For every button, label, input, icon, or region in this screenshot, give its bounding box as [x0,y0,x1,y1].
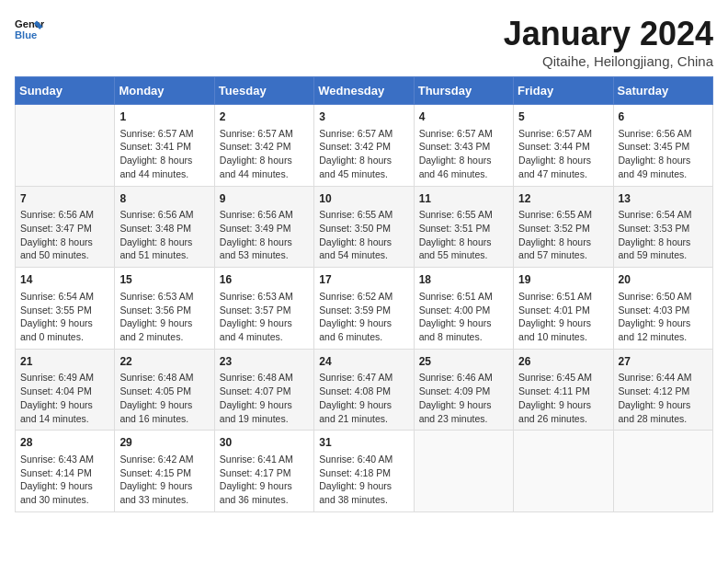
day-number: 15 [119,272,209,288]
calendar-cell: 28Sunrise: 6:43 AM Sunset: 4:14 PM Dayli… [16,431,115,512]
day-content: Sunrise: 6:51 AM Sunset: 4:01 PM Dayligh… [518,290,608,344]
day-number: 24 [319,354,408,370]
day-number: 7 [20,191,109,207]
weekday-header-tuesday: Tuesday [214,77,313,105]
calendar-cell: 5Sunrise: 6:57 AM Sunset: 3:44 PM Daylig… [514,105,613,187]
weekday-header-saturday: Saturday [613,77,712,105]
day-number: 30 [220,435,309,451]
day-number: 8 [119,191,209,207]
calendar-cell: 15Sunrise: 6:53 AM Sunset: 3:56 PM Dayli… [115,268,214,350]
weekday-header-monday: Monday [115,77,214,105]
day-content: Sunrise: 6:56 AM Sunset: 3:49 PM Dayligh… [220,208,309,262]
day-number: 11 [419,191,508,207]
day-content: Sunrise: 6:55 AM Sunset: 3:52 PM Dayligh… [518,208,608,262]
calendar-cell: 26Sunrise: 6:45 AM Sunset: 4:11 PM Dayli… [514,349,613,431]
calendar-cell: 16Sunrise: 6:53 AM Sunset: 3:57 PM Dayli… [214,268,313,350]
calendar-cell: 22Sunrise: 6:48 AM Sunset: 4:05 PM Dayli… [115,349,214,431]
logo: General Blue [15,15,44,44]
page-header: General Blue January 2024 Qitaihe, Heilo… [15,15,713,69]
calendar-cell: 1Sunrise: 6:57 AM Sunset: 3:41 PM Daylig… [115,105,214,187]
calendar-cell: 21Sunrise: 6:49 AM Sunset: 4:04 PM Dayli… [16,349,115,431]
day-number: 26 [518,354,608,370]
day-number: 10 [319,191,408,207]
day-number: 2 [220,109,309,125]
day-content: Sunrise: 6:57 AM Sunset: 3:42 PM Dayligh… [220,127,309,181]
calendar-cell: 29Sunrise: 6:42 AM Sunset: 4:15 PM Dayli… [115,431,214,512]
day-number: 5 [518,109,608,125]
calendar-cell: 14Sunrise: 6:54 AM Sunset: 3:55 PM Dayli… [16,268,115,350]
day-content: Sunrise: 6:44 AM Sunset: 4:12 PM Dayligh… [619,371,708,425]
calendar-cell: 27Sunrise: 6:44 AM Sunset: 4:12 PM Dayli… [613,349,712,431]
calendar-cell [414,431,513,512]
weekday-header-friday: Friday [514,77,613,105]
logo-icon: General Blue [15,15,44,44]
calendar-cell: 6Sunrise: 6:56 AM Sunset: 3:45 PM Daylig… [613,105,712,187]
calendar-cell: 9Sunrise: 6:56 AM Sunset: 3:49 PM Daylig… [214,186,313,268]
day-content: Sunrise: 6:41 AM Sunset: 4:17 PM Dayligh… [220,453,309,507]
calendar-cell: 20Sunrise: 6:50 AM Sunset: 4:03 PM Dayli… [613,268,712,350]
day-number: 25 [419,354,508,370]
day-content: Sunrise: 6:49 AM Sunset: 4:04 PM Dayligh… [20,371,109,425]
day-content: Sunrise: 6:48 AM Sunset: 4:05 PM Dayligh… [119,371,209,425]
calendar-cell: 8Sunrise: 6:56 AM Sunset: 3:48 PM Daylig… [115,186,214,268]
calendar-cell: 17Sunrise: 6:52 AM Sunset: 3:59 PM Dayli… [314,268,414,350]
calendar-cell: 3Sunrise: 6:57 AM Sunset: 3:42 PM Daylig… [314,105,414,187]
day-content: Sunrise: 6:55 AM Sunset: 3:51 PM Dayligh… [419,208,508,262]
day-content: Sunrise: 6:53 AM Sunset: 3:56 PM Dayligh… [119,290,209,344]
day-content: Sunrise: 6:54 AM Sunset: 3:55 PM Dayligh… [20,290,109,344]
weekday-header-row: SundayMondayTuesdayWednesdayThursdayFrid… [16,77,713,105]
day-content: Sunrise: 6:48 AM Sunset: 4:07 PM Dayligh… [220,371,309,425]
calendar-cell: 11Sunrise: 6:55 AM Sunset: 3:51 PM Dayli… [414,186,513,268]
weekday-header-thursday: Thursday [414,77,513,105]
calendar-week-row: 1Sunrise: 6:57 AM Sunset: 3:41 PM Daylig… [16,105,713,187]
day-content: Sunrise: 6:47 AM Sunset: 4:08 PM Dayligh… [319,371,408,425]
weekday-header-sunday: Sunday [16,77,115,105]
calendar-cell: 10Sunrise: 6:55 AM Sunset: 3:50 PM Dayli… [314,186,414,268]
calendar-week-row: 28Sunrise: 6:43 AM Sunset: 4:14 PM Dayli… [16,431,713,512]
title-area: January 2024 Qitaihe, Heilongjiang, Chin… [504,15,713,69]
calendar-cell: 23Sunrise: 6:48 AM Sunset: 4:07 PM Dayli… [214,349,313,431]
day-content: Sunrise: 6:51 AM Sunset: 4:00 PM Dayligh… [419,290,508,344]
calendar-cell: 13Sunrise: 6:54 AM Sunset: 3:53 PM Dayli… [613,186,712,268]
day-content: Sunrise: 6:43 AM Sunset: 4:14 PM Dayligh… [20,453,109,507]
day-number: 27 [619,354,708,370]
day-number: 29 [119,435,209,451]
weekday-header-wednesday: Wednesday [314,77,414,105]
day-number: 17 [319,272,408,288]
day-number: 19 [518,272,608,288]
calendar-week-row: 21Sunrise: 6:49 AM Sunset: 4:04 PM Dayli… [16,349,713,431]
calendar-cell: 7Sunrise: 6:56 AM Sunset: 3:47 PM Daylig… [16,186,115,268]
calendar-cell: 24Sunrise: 6:47 AM Sunset: 4:08 PM Dayli… [314,349,414,431]
day-number: 14 [20,272,109,288]
day-number: 4 [419,109,508,125]
day-number: 13 [619,191,708,207]
svg-text:Blue: Blue [15,29,37,40]
calendar-cell: 31Sunrise: 6:40 AM Sunset: 4:18 PM Dayli… [314,431,414,512]
day-content: Sunrise: 6:45 AM Sunset: 4:11 PM Dayligh… [518,371,608,425]
calendar-table: SundayMondayTuesdayWednesdayThursdayFrid… [15,76,713,512]
calendar-week-row: 14Sunrise: 6:54 AM Sunset: 3:55 PM Dayli… [16,268,713,350]
day-content: Sunrise: 6:52 AM Sunset: 3:59 PM Dayligh… [319,290,408,344]
day-content: Sunrise: 6:53 AM Sunset: 3:57 PM Dayligh… [220,290,309,344]
calendar-cell: 25Sunrise: 6:46 AM Sunset: 4:09 PM Dayli… [414,349,513,431]
calendar-cell: 30Sunrise: 6:41 AM Sunset: 4:17 PM Dayli… [214,431,313,512]
day-number: 18 [419,272,508,288]
day-number: 1 [119,109,209,125]
day-number: 22 [119,354,209,370]
day-content: Sunrise: 6:42 AM Sunset: 4:15 PM Dayligh… [119,453,209,507]
day-content: Sunrise: 6:57 AM Sunset: 3:42 PM Dayligh… [319,127,408,181]
day-content: Sunrise: 6:54 AM Sunset: 3:53 PM Dayligh… [619,208,708,262]
calendar-cell [613,431,712,512]
location: Qitaihe, Heilongjiang, China [504,53,713,69]
day-content: Sunrise: 6:46 AM Sunset: 4:09 PM Dayligh… [419,371,508,425]
day-content: Sunrise: 6:55 AM Sunset: 3:50 PM Dayligh… [319,208,408,262]
day-number: 3 [319,109,408,125]
calendar-cell [514,431,613,512]
day-number: 20 [619,272,708,288]
day-content: Sunrise: 6:56 AM Sunset: 3:45 PM Dayligh… [619,127,708,181]
calendar-cell: 4Sunrise: 6:57 AM Sunset: 3:43 PM Daylig… [414,105,513,187]
day-content: Sunrise: 6:50 AM Sunset: 4:03 PM Dayligh… [619,290,708,344]
calendar-cell: 12Sunrise: 6:55 AM Sunset: 3:52 PM Dayli… [514,186,613,268]
day-number: 12 [518,191,608,207]
calendar-cell [16,105,115,187]
